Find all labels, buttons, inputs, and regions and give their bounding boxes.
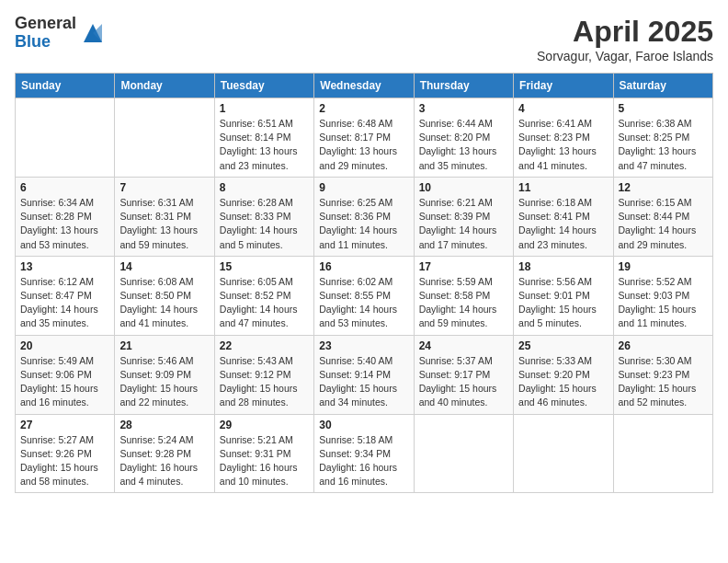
calendar-cell: 20Sunrise: 5:49 AMSunset: 9:06 PMDayligh… [16,335,115,414]
calendar-cell: 7Sunrise: 6:31 AMSunset: 8:31 PMDaylight… [115,177,214,256]
day-info: Sunrise: 6:44 AMSunset: 8:20 PMDaylight:… [419,117,508,173]
logo-blue: Blue [15,33,76,52]
calendar-cell: 16Sunrise: 6:02 AMSunset: 8:55 PMDayligh… [314,256,414,335]
location-subtitle: Sorvagur, Vagar, Faroe Islands [537,49,713,63]
day-number: 10 [419,181,508,194]
day-info: Sunrise: 5:49 AMSunset: 9:06 PMDaylight:… [20,354,109,410]
day-number: 26 [619,339,708,352]
calendar-cell: 19Sunrise: 5:52 AMSunset: 9:03 PMDayligh… [613,256,712,335]
day-number: 8 [220,181,309,194]
calendar-cell: 26Sunrise: 5:30 AMSunset: 9:23 PMDayligh… [613,335,712,414]
day-number: 24 [419,339,508,352]
day-info: Sunrise: 5:18 AMSunset: 9:34 PMDaylight:… [319,433,408,489]
day-info: Sunrise: 6:08 AMSunset: 8:50 PMDaylight:… [119,275,209,331]
calendar-cell: 15Sunrise: 6:05 AMSunset: 8:52 PMDayligh… [214,256,313,335]
calendar-cell [115,98,214,178]
day-number: 23 [319,339,408,352]
calendar-cell: 29Sunrise: 5:21 AMSunset: 9:31 PMDayligh… [214,414,313,493]
day-number: 15 [220,260,309,273]
day-info: Sunrise: 6:31 AMSunset: 8:31 PMDaylight:… [119,196,209,252]
calendar-week-row: 6Sunrise: 6:34 AMSunset: 8:28 PMDaylight… [16,177,713,256]
day-info: Sunrise: 6:02 AMSunset: 8:55 PMDaylight:… [319,275,408,331]
calendar-cell [613,414,712,493]
calendar-cell: 10Sunrise: 6:21 AMSunset: 8:39 PMDayligh… [414,177,513,256]
calendar-cell: 8Sunrise: 6:28 AMSunset: 8:33 PMDaylight… [214,177,313,256]
day-number: 21 [119,339,209,352]
day-info: Sunrise: 6:34 AMSunset: 8:28 PMDaylight:… [20,196,109,252]
day-info: Sunrise: 5:21 AMSunset: 9:31 PMDaylight:… [220,433,309,489]
calendar-cell: 24Sunrise: 5:37 AMSunset: 9:17 PMDayligh… [414,335,513,414]
day-info: Sunrise: 6:12 AMSunset: 8:47 PMDaylight:… [20,275,109,331]
calendar-cell: 12Sunrise: 6:15 AMSunset: 8:44 PMDayligh… [613,177,712,256]
calendar-cell: 3Sunrise: 6:44 AMSunset: 8:20 PMDaylight… [414,98,513,178]
day-info: Sunrise: 5:27 AMSunset: 9:26 PMDaylight:… [20,433,109,489]
day-number: 7 [119,181,209,194]
day-number: 14 [119,260,209,273]
calendar-body: 1Sunrise: 6:51 AMSunset: 8:14 PMDaylight… [16,98,713,493]
title-block: April 2025 Sorvagur, Vagar, Faroe Island… [537,15,713,63]
day-number: 18 [518,260,608,273]
calendar-week-row: 13Sunrise: 6:12 AMSunset: 8:47 PMDayligh… [16,256,713,335]
day-number: 28 [119,419,209,431]
day-header-friday: Friday [514,74,613,98]
calendar-cell: 14Sunrise: 6:08 AMSunset: 8:50 PMDayligh… [115,256,214,335]
calendar-week-row: 20Sunrise: 5:49 AMSunset: 9:06 PMDayligh… [16,335,713,414]
page-header: General Blue April 2025 Sorvagur, Vagar,… [15,15,713,63]
day-number: 19 [619,260,708,273]
calendar-week-row: 1Sunrise: 6:51 AMSunset: 8:14 PMDaylight… [16,98,713,178]
day-header-sunday: Sunday [16,74,115,98]
day-info: Sunrise: 6:18 AMSunset: 8:41 PMDaylight:… [518,196,608,252]
day-info: Sunrise: 5:59 AMSunset: 8:58 PMDaylight:… [419,275,508,331]
day-header-tuesday: Tuesday [214,74,313,98]
calendar-cell: 13Sunrise: 6:12 AMSunset: 8:47 PMDayligh… [16,256,115,335]
calendar-cell: 2Sunrise: 6:48 AMSunset: 8:17 PMDaylight… [314,98,414,178]
calendar-cell: 1Sunrise: 6:51 AMSunset: 8:14 PMDaylight… [214,98,313,178]
day-header-saturday: Saturday [613,74,712,98]
calendar-cell: 23Sunrise: 5:40 AMSunset: 9:14 PMDayligh… [314,335,414,414]
day-info: Sunrise: 6:05 AMSunset: 8:52 PMDaylight:… [220,275,309,331]
day-number: 20 [20,339,109,352]
calendar-cell [414,414,513,493]
day-number: 17 [419,260,508,273]
logo-general: General [15,15,76,33]
day-number: 6 [20,181,109,194]
day-number: 5 [619,102,708,115]
day-number: 16 [319,260,408,273]
logo-icon [80,20,106,46]
day-number: 4 [518,102,608,115]
day-number: 12 [619,181,708,194]
day-info: Sunrise: 5:46 AMSunset: 9:09 PMDaylight:… [119,354,209,410]
calendar-header-row: SundayMondayTuesdayWednesdayThursdayFrid… [16,74,713,98]
day-header-wednesday: Wednesday [314,74,414,98]
calendar-cell: 27Sunrise: 5:27 AMSunset: 9:26 PMDayligh… [16,414,115,493]
day-info: Sunrise: 6:28 AMSunset: 8:33 PMDaylight:… [220,196,309,252]
calendar-table: SundayMondayTuesdayWednesdayThursdayFrid… [15,73,713,493]
calendar-cell: 6Sunrise: 6:34 AMSunset: 8:28 PMDaylight… [16,177,115,256]
calendar-cell [16,98,115,178]
day-info: Sunrise: 6:21 AMSunset: 8:39 PMDaylight:… [419,196,508,252]
day-number: 29 [220,419,309,431]
day-header-thursday: Thursday [414,74,513,98]
day-header-monday: Monday [115,74,214,98]
day-info: Sunrise: 5:37 AMSunset: 9:17 PMDaylight:… [419,354,508,410]
day-number: 22 [220,339,309,352]
calendar-cell: 17Sunrise: 5:59 AMSunset: 8:58 PMDayligh… [414,256,513,335]
day-number: 9 [319,181,408,194]
calendar-cell: 21Sunrise: 5:46 AMSunset: 9:09 PMDayligh… [115,335,214,414]
day-info: Sunrise: 6:15 AMSunset: 8:44 PMDaylight:… [619,196,708,252]
calendar-cell: 28Sunrise: 5:24 AMSunset: 9:28 PMDayligh… [115,414,214,493]
calendar-cell: 30Sunrise: 5:18 AMSunset: 9:34 PMDayligh… [314,414,414,493]
day-info: Sunrise: 6:25 AMSunset: 8:36 PMDaylight:… [319,196,408,252]
day-number: 27 [20,419,109,431]
day-number: 11 [518,181,608,194]
logo: General Blue [15,15,106,52]
day-number: 1 [220,102,309,115]
calendar-week-row: 27Sunrise: 5:27 AMSunset: 9:26 PMDayligh… [16,414,713,493]
day-number: 30 [319,419,408,431]
day-info: Sunrise: 6:41 AMSunset: 8:23 PMDaylight:… [518,117,608,173]
day-number: 3 [419,102,508,115]
calendar-cell: 9Sunrise: 6:25 AMSunset: 8:36 PMDaylight… [314,177,414,256]
calendar-cell: 25Sunrise: 5:33 AMSunset: 9:20 PMDayligh… [514,335,613,414]
day-info: Sunrise: 6:38 AMSunset: 8:25 PMDaylight:… [619,117,708,173]
day-number: 2 [319,102,408,115]
